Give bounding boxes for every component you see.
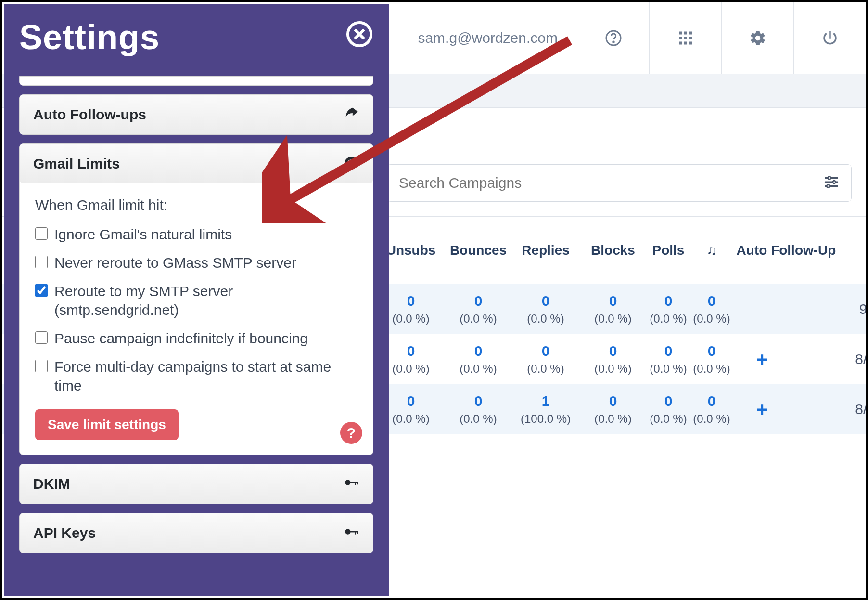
power-icon[interactable] bbox=[794, 2, 866, 74]
stat-cell: 1(100.0 %) bbox=[512, 384, 579, 434]
gmail-limits-subtitle: When Gmail limit hit: bbox=[35, 197, 357, 213]
checkbox-reroute-mine[interactable] bbox=[35, 284, 48, 297]
svg-rect-2 bbox=[679, 31, 682, 34]
col-auto-follow-up: Auto Follow-Up bbox=[733, 217, 839, 284]
svg-rect-6 bbox=[684, 37, 687, 39]
apps-grid-icon[interactable] bbox=[650, 2, 722, 74]
share-arrow-icon bbox=[343, 105, 359, 125]
svg-point-16 bbox=[827, 185, 830, 188]
checkbox-force-multiday[interactable] bbox=[35, 360, 48, 372]
checkbox-pause-bouncing[interactable] bbox=[35, 331, 48, 344]
svg-rect-4 bbox=[689, 31, 692, 34]
svg-point-12 bbox=[828, 177, 831, 180]
save-limit-settings-button[interactable]: Save limit settings bbox=[35, 409, 179, 440]
stat-cell: 0(0.0 %) bbox=[647, 284, 690, 335]
accordion-stub-top bbox=[19, 76, 373, 86]
modal-title: Settings bbox=[19, 17, 160, 57]
checkbox-never-reroute[interactable] bbox=[35, 256, 48, 268]
label-pause-bouncing: Pause campaign indefinitely if bouncing bbox=[54, 329, 308, 348]
svg-rect-5 bbox=[679, 37, 682, 39]
svg-point-14 bbox=[833, 181, 836, 183]
col-polls: Polls bbox=[647, 217, 690, 284]
accordion-label: DKIM bbox=[33, 476, 70, 492]
date-cell: 9/8/2022 bbox=[839, 284, 866, 335]
date-cell: 8/11/2022 bbox=[839, 384, 866, 434]
svg-rect-9 bbox=[684, 41, 687, 44]
search-input[interactable] bbox=[399, 175, 823, 191]
svg-rect-24 bbox=[355, 482, 356, 485]
col-date: Date bbox=[839, 217, 866, 284]
svg-point-1 bbox=[613, 41, 613, 42]
help-badge-icon[interactable]: ? bbox=[340, 422, 362, 444]
svg-rect-3 bbox=[684, 31, 687, 34]
stat-cell: 0(0.0 %) bbox=[690, 334, 733, 384]
date-cell: 8/26/2022 bbox=[839, 334, 866, 384]
help-icon[interactable] bbox=[577, 2, 650, 74]
label-force-multiday: Force multi-day campaigns to start at sa… bbox=[54, 357, 357, 395]
stat-cell: 0(0.0 %) bbox=[579, 284, 647, 335]
stat-cell: 0(0.0 %) bbox=[512, 334, 579, 384]
col-bounces: Bounces bbox=[445, 217, 512, 284]
settings-modal: Settings Auto Follow-ups Gmail Limits Wh… bbox=[4, 4, 389, 596]
svg-rect-8 bbox=[679, 41, 682, 44]
stat-cell: 0(0.0 %) bbox=[579, 384, 647, 434]
stat-cell: 0(0.0 %) bbox=[690, 284, 733, 335]
gear-icon[interactable] bbox=[722, 2, 794, 74]
label-never-reroute: Never reroute to GMass SMTP server bbox=[54, 253, 296, 272]
svg-rect-23 bbox=[349, 482, 357, 483]
col-replies: Replies bbox=[512, 217, 579, 284]
stat-cell: 0(0.0 %) bbox=[512, 284, 579, 335]
label-reroute-mine: Reroute to my SMTP server (smtp.sendgrid… bbox=[54, 282, 357, 319]
accordion-gmail-limits: Gmail Limits When Gmail limit hit: Ignor… bbox=[19, 143, 373, 455]
stat-cell: 0(0.0 %) bbox=[647, 334, 690, 384]
col-blocks: Blocks bbox=[579, 217, 647, 284]
checkbox-ignore-limits[interactable] bbox=[35, 227, 48, 240]
user-email[interactable]: sam.g@wordzen.com bbox=[398, 2, 577, 74]
svg-rect-25 bbox=[357, 482, 358, 484]
stat-cell: 0(0.0 %) bbox=[647, 384, 690, 434]
accordion-api-keys[interactable]: API Keys bbox=[19, 513, 373, 553]
accordion-label: API Keys bbox=[33, 525, 96, 541]
stat-cell: 0(0.0 %) bbox=[579, 334, 647, 384]
close-icon[interactable] bbox=[345, 20, 373, 48]
accordion-label: Auto Follow-ups bbox=[33, 106, 146, 123]
accordion-header-gmail-limits[interactable]: Gmail Limits bbox=[20, 144, 373, 183]
svg-rect-10 bbox=[689, 41, 692, 44]
label-ignore-limits: Ignore Gmail's natural limits bbox=[54, 225, 232, 244]
gauge-icon bbox=[343, 154, 359, 174]
svg-rect-29 bbox=[357, 531, 358, 534]
svg-rect-21 bbox=[351, 159, 354, 164]
filter-sliders-icon[interactable] bbox=[823, 174, 840, 192]
stat-cell: 0(0.0 %) bbox=[690, 384, 733, 434]
col-music-icon: ♫ bbox=[690, 217, 733, 284]
key-icon bbox=[343, 474, 359, 494]
stat-cell: 0(0.0 %) bbox=[445, 384, 512, 434]
accordion-dkim[interactable]: DKIM bbox=[19, 464, 373, 504]
auto-followup-cell[interactable]: + bbox=[733, 334, 791, 384]
auto-followup-cell[interactable] bbox=[733, 284, 791, 335]
key-icon bbox=[343, 523, 359, 543]
stat-cell: 0(0.0 %) bbox=[445, 334, 512, 384]
svg-rect-7 bbox=[689, 37, 692, 39]
svg-rect-28 bbox=[355, 531, 356, 534]
stat-cell: 0(0.0 %) bbox=[445, 284, 512, 335]
svg-rect-27 bbox=[349, 531, 357, 532]
search-box[interactable] bbox=[387, 164, 852, 202]
accordion-label: Gmail Limits bbox=[33, 156, 120, 172]
auto-followup-cell[interactable]: + bbox=[733, 384, 791, 434]
accordion-auto-followups[interactable]: Auto Follow-ups bbox=[19, 94, 373, 135]
